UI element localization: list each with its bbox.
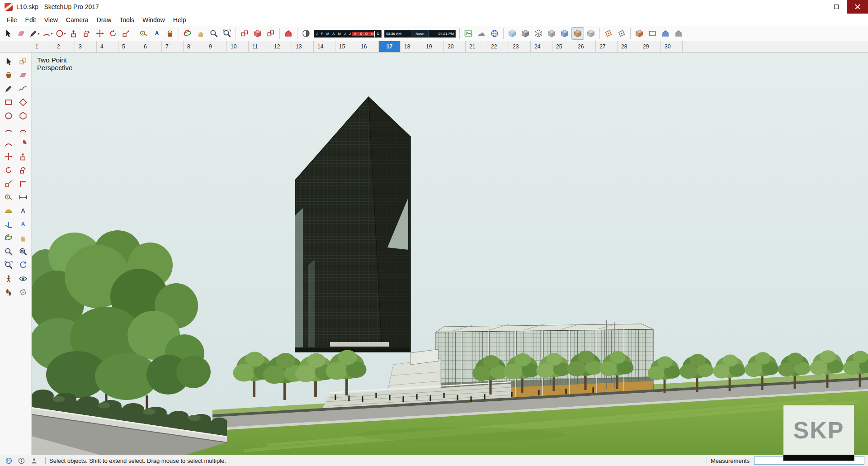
dropdown-arrow-icon[interactable]: ▾ xyxy=(51,32,52,36)
move-tool[interactable] xyxy=(2,150,15,163)
paint-bucket-tool[interactable] xyxy=(164,27,176,40)
menu-help[interactable]: Help xyxy=(169,14,190,25)
pie-tool[interactable] xyxy=(16,137,30,149)
shape-tool[interactable]: ▾ xyxy=(54,27,67,40)
scene-tab-17[interactable]: 17 xyxy=(379,41,401,52)
rotated-rectangle-tool[interactable] xyxy=(16,96,30,109)
scene-tab-29[interactable]: 29 xyxy=(639,41,661,52)
scene-tab-7[interactable]: 7 xyxy=(162,41,184,52)
scene-tab-18[interactable]: 18 xyxy=(401,41,422,52)
follow-me-tool[interactable] xyxy=(80,27,93,40)
scale-tool[interactable] xyxy=(120,27,132,40)
push-pull-tool[interactable] xyxy=(67,27,80,40)
scene-tab-16[interactable]: 16 xyxy=(357,41,379,52)
view-front-button[interactable] xyxy=(659,27,672,40)
shadows-toggle-button[interactable] xyxy=(300,27,312,40)
rectangle-tool[interactable] xyxy=(2,96,15,109)
polygon-tool[interactable] xyxy=(16,109,30,122)
select-tool[interactable] xyxy=(2,55,15,68)
scene-tab-20[interactable]: 20 xyxy=(444,41,466,52)
axes-tool[interactable] xyxy=(2,218,15,231)
style-xray-button[interactable] xyxy=(506,27,519,40)
style-wireframe-button[interactable] xyxy=(532,27,545,40)
look-around-tool[interactable] xyxy=(16,272,30,285)
menu-tools[interactable]: Tools xyxy=(115,14,138,25)
text-tool[interactable] xyxy=(16,204,30,217)
scene-tab-1[interactable]: 1 xyxy=(32,41,53,52)
scene-tab-22[interactable]: 22 xyxy=(487,41,509,52)
zoom-extents-tool[interactable] xyxy=(2,259,15,271)
scene-tab-8[interactable]: 8 xyxy=(184,41,205,52)
orbit-tool[interactable] xyxy=(2,232,15,244)
menu-view[interactable]: View xyxy=(40,14,62,25)
line-tool[interactable]: ▾ xyxy=(28,27,41,40)
make-component-tool[interactable] xyxy=(16,55,30,68)
scene-tab-27[interactable]: 27 xyxy=(596,41,618,52)
arc-tool[interactable] xyxy=(2,123,15,136)
close-button[interactable] xyxy=(847,0,868,14)
scene-tab-23[interactable]: 23 xyxy=(509,41,531,52)
tape-measure-tool[interactable] xyxy=(2,191,15,204)
zoom-extents-tool[interactable] xyxy=(221,27,233,40)
3d-text-tool[interactable] xyxy=(16,218,30,231)
style-hidden-line-button[interactable] xyxy=(545,27,558,40)
dc-options-tool[interactable] xyxy=(251,27,264,40)
style-back-edges-button[interactable] xyxy=(519,27,532,40)
scene-tab-5[interactable]: 5 xyxy=(118,41,140,52)
text-tool[interactable] xyxy=(151,27,163,40)
menu-camera[interactable]: Camera xyxy=(62,14,93,25)
orbit-tool[interactable] xyxy=(181,27,194,40)
scene-tab-24[interactable]: 24 xyxy=(531,41,552,52)
dropdown-arrow-icon[interactable]: ▾ xyxy=(38,32,39,36)
previous-view-tool[interactable] xyxy=(16,259,30,271)
scene-tab-13[interactable]: 13 xyxy=(292,41,314,52)
scene-tab-25[interactable]: 25 xyxy=(552,41,574,52)
pan-tool[interactable] xyxy=(16,232,30,244)
protractor-tool[interactable] xyxy=(2,204,15,217)
eraser-tool[interactable] xyxy=(16,69,30,81)
menu-file[interactable]: File xyxy=(3,14,21,25)
scene-tab-6[interactable]: 6 xyxy=(140,41,162,52)
date-slider-thumb[interactable] xyxy=(374,31,375,37)
follow-me-tool[interactable] xyxy=(16,164,30,176)
scene-tab-11[interactable]: 11 xyxy=(249,41,270,52)
section-plane-button[interactable] xyxy=(602,27,615,40)
scene-tab-12[interactable]: 12 xyxy=(270,41,292,52)
scene-tab-2[interactable]: 2 xyxy=(53,41,75,52)
view-back-button[interactable] xyxy=(672,27,685,40)
section-cuts-button[interactable] xyxy=(615,27,628,40)
dc-interact-tool[interactable] xyxy=(238,27,251,40)
toggle-terrain-button[interactable] xyxy=(475,27,488,40)
scene-tab-4[interactable]: 4 xyxy=(97,41,118,52)
scene-tab-26[interactable]: 26 xyxy=(574,41,596,52)
tape-measure-tool[interactable] xyxy=(137,27,150,40)
credits-button[interactable] xyxy=(16,456,26,466)
move-tool[interactable] xyxy=(94,27,106,40)
offset-tool[interactable] xyxy=(16,177,30,190)
photo-textures-button[interactable] xyxy=(488,27,501,40)
scene-tab-3[interactable]: 3 xyxy=(75,41,97,52)
viewport[interactable]: Two Point Perspective xyxy=(32,52,868,455)
scene-tab-9[interactable]: 9 xyxy=(205,41,227,52)
scene-tab-28[interactable]: 28 xyxy=(618,41,639,52)
dimension-tool[interactable] xyxy=(16,191,30,204)
view-iso-button[interactable] xyxy=(633,27,646,40)
minimize-button[interactable] xyxy=(804,0,826,14)
position-camera-tool[interactable] xyxy=(2,272,15,285)
walk-tool[interactable] xyxy=(2,286,15,299)
scene-tab-15[interactable]: 15 xyxy=(335,41,357,52)
menu-window[interactable]: Window xyxy=(138,14,169,25)
sign-in-button[interactable] xyxy=(29,456,39,466)
zoom-tool[interactable] xyxy=(208,27,220,40)
geolocation-button[interactable] xyxy=(4,456,14,466)
menu-edit[interactable]: Edit xyxy=(21,14,40,25)
dropdown-arrow-icon[interactable]: ▾ xyxy=(64,32,66,36)
zoom-tool[interactable] xyxy=(2,245,15,258)
style-shaded-textures-button[interactable] xyxy=(571,27,584,40)
line-tool[interactable] xyxy=(2,82,15,95)
menu-draw[interactable]: Draw xyxy=(93,14,116,25)
pan-tool[interactable] xyxy=(194,27,207,40)
freehand-tool[interactable] xyxy=(16,82,30,95)
warehouse-button[interactable] xyxy=(282,27,295,40)
two-point-arc-tool[interactable] xyxy=(16,123,30,136)
